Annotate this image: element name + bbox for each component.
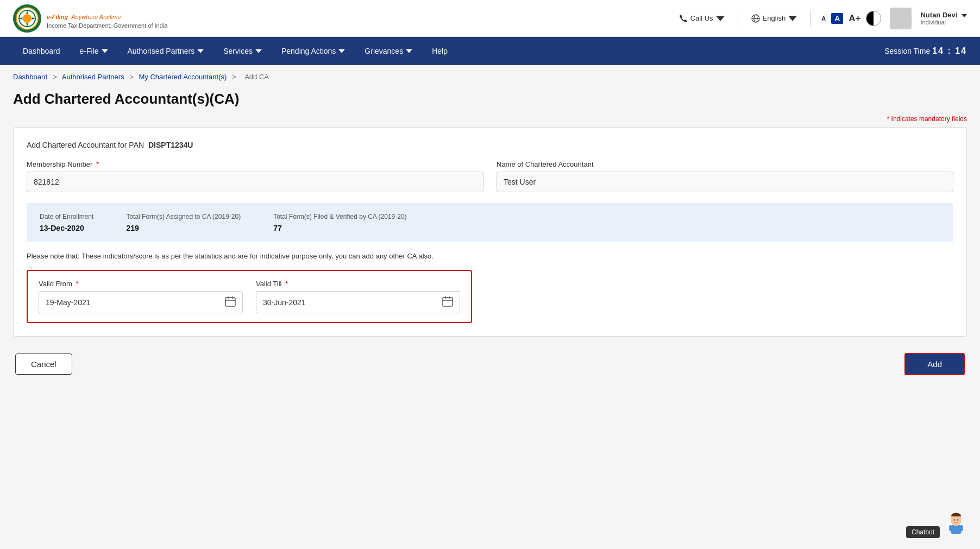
stat-assigned: Total Form(s) Assigned to CA (2019-20) 2… [126, 213, 241, 232]
logo-text: e-Filing Anywhere Anytime Income Tax Dep… [47, 8, 167, 29]
ca-name-field-group: Name of Chartered Accountant [497, 160, 953, 192]
user-info: Nutan Devi Individual [920, 11, 967, 26]
nav-grievances[interactable]: Grievances [355, 37, 422, 65]
efiling-label: e-Filing [47, 14, 68, 20]
nav-efile-label: e-File [80, 47, 99, 55]
nav-bar: Dashboard e-File Authorised Partners Ser… [0, 37, 980, 65]
nav-services-label: Services [223, 47, 253, 55]
breadcrumb-dashboard[interactable]: Dashboard [13, 73, 48, 81]
cancel-button[interactable]: Cancel [15, 354, 72, 375]
calendar-svg-from [225, 296, 236, 307]
user-name-text: Nutan Devi [920, 11, 957, 19]
form-card: Add Chartered Accountant for PAN DISPT12… [13, 127, 967, 337]
pan-info: Add Chartered Accountant for PAN DISPT12… [27, 141, 953, 149]
breadcrumb-sep-1: > [53, 73, 57, 81]
valid-from-field: Valid From * [39, 280, 243, 313]
validity-box: Valid From * [27, 270, 472, 323]
valid-from-input[interactable] [46, 298, 221, 307]
valid-from-calendar-icon[interactable] [225, 296, 236, 308]
chevron-down-icon-2 [788, 14, 797, 23]
assigned-label: Total Form(s) Assigned to CA (2019-20) [126, 213, 241, 220]
nav-partners-chevron [197, 48, 204, 54]
font-large-button[interactable]: A+ [846, 12, 863, 25]
logo-subtitle: Income Tax Department, Government of Ind… [47, 22, 167, 29]
user-name[interactable]: Nutan Devi [920, 11, 967, 19]
nav-services-chevron [255, 48, 262, 54]
valid-till-input[interactable] [263, 298, 438, 307]
font-medium-button[interactable]: A [831, 13, 843, 24]
filed-value: 77 [273, 224, 406, 232]
stat-enrollment: Date of Enrollment 13-Dec-2020 [40, 213, 93, 232]
nav-pending-actions[interactable]: Pending Actions [272, 37, 355, 65]
pan-label: Add Chartered Accountant for PAN [27, 141, 144, 149]
ca-name-label: Name of Chartered Accountant [497, 160, 953, 168]
session-time-display: Session Time 14 : 14 [884, 46, 967, 56]
logo-area: e-Filing Anywhere Anytime Income Tax Dep… [13, 4, 167, 33]
logo-tagline: Anywhere Anytime [71, 14, 121, 20]
valid-from-input-wrap [39, 291, 243, 313]
membership-field-group: Membership Number * [27, 160, 483, 192]
svg-point-2 [23, 14, 32, 23]
filed-label: Total Form(s) Filed & Verified by CA (20… [273, 213, 406, 220]
valid-till-calendar-icon[interactable] [442, 296, 453, 308]
separator-1 [738, 10, 738, 27]
valid-from-required: * [76, 280, 79, 288]
breadcrumb-sep-2: > [129, 73, 134, 81]
call-us-label: Call Us [690, 14, 713, 22]
membership-required: * [96, 160, 99, 168]
indicative-note: Please note that: These indicators/score… [27, 252, 953, 260]
globe-icon [751, 14, 760, 23]
valid-till-label-text: Valid Till [256, 280, 281, 288]
nav-dashboard-label: Dashboard [23, 47, 60, 55]
nav-efile[interactable]: e-File [70, 37, 118, 65]
nav-grievances-label: Grievances [365, 47, 403, 55]
assigned-value: 219 [126, 224, 241, 232]
svg-rect-14 [443, 298, 453, 306]
user-role-label: Individual [920, 19, 967, 26]
membership-input[interactable] [27, 172, 483, 192]
add-button[interactable]: Add [904, 353, 965, 375]
mandatory-note: * Indicates mandatory fields [13, 115, 967, 123]
calendar-svg-till [442, 296, 453, 307]
nav-authorised-partners[interactable]: Authorised Partners [118, 37, 214, 65]
breadcrumb: Dashboard > Authorised Partners > My Cha… [0, 65, 980, 89]
session-time-value: 14 : 14 [932, 46, 967, 56]
font-small-button[interactable]: A [819, 14, 828, 23]
stats-box: Date of Enrollment 13-Dec-2020 Total For… [27, 203, 953, 242]
separator-2 [810, 10, 811, 27]
valid-from-label-text: Valid From [39, 280, 72, 288]
svg-rect-10 [225, 298, 235, 306]
nav-grievances-chevron [406, 48, 412, 54]
language-label: English [763, 14, 786, 22]
valid-till-label: Valid Till * [256, 280, 460, 288]
call-us-button[interactable]: Call Us [675, 12, 729, 25]
language-button[interactable]: English [747, 12, 802, 25]
nav-services[interactable]: Services [213, 37, 272, 65]
page-title: Add Chartered Accountant(s)(CA) [13, 89, 967, 108]
breadcrumb-sep-3: > [232, 73, 236, 81]
breadcrumb-my-ca[interactable]: My Chartered Accountant(s) [139, 73, 227, 81]
session-time-label: Session Time [884, 47, 930, 55]
nav-efile-chevron [102, 48, 108, 54]
membership-name-row: Membership Number * Name of Chartered Ac… [27, 160, 953, 192]
nav-pending-label: Pending Actions [281, 47, 336, 55]
logo-emblem [13, 4, 41, 33]
main-content: Add Chartered Accountant(s)(CA) * Indica… [0, 89, 980, 397]
phone-icon [679, 14, 688, 23]
nav-authorised-partners-label: Authorised Partners [128, 47, 195, 55]
valid-from-label: Valid From * [39, 280, 243, 288]
user-avatar [890, 8, 912, 29]
ca-name-input[interactable] [497, 172, 953, 192]
font-controls: A A A+ [819, 11, 881, 26]
nav-help[interactable]: Help [422, 37, 457, 65]
stat-filed: Total Form(s) Filed & Verified by CA (20… [273, 213, 406, 232]
nav-dashboard[interactable]: Dashboard [13, 37, 70, 65]
enrollment-value: 13-Dec-2020 [40, 224, 93, 232]
logo-efiling: e-Filing Anywhere Anytime [47, 8, 167, 22]
nav-pending-chevron [338, 48, 345, 54]
contrast-button[interactable] [866, 11, 881, 26]
nav-help-label: Help [432, 47, 448, 55]
valid-till-input-wrap [256, 291, 460, 313]
buttons-row: Cancel Add [13, 353, 967, 375]
breadcrumb-authorised-partners[interactable]: Authorised Partners [62, 73, 124, 81]
